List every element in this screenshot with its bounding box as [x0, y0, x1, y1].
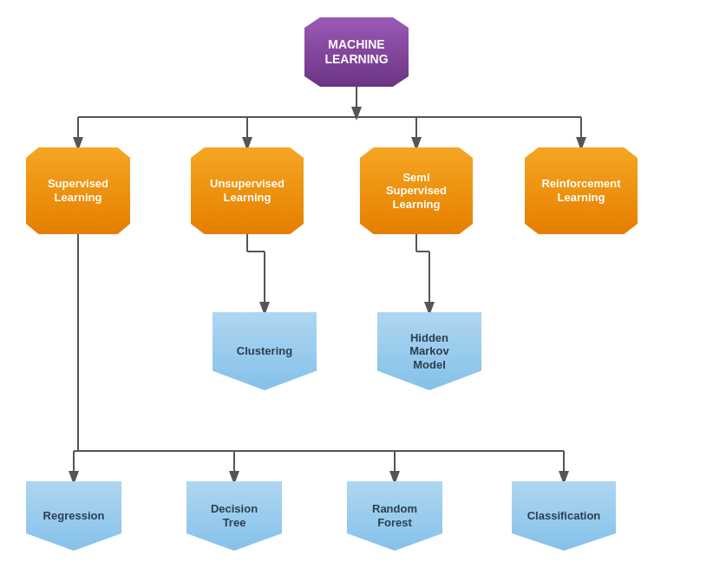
random-forest-node: RandomForest — [347, 481, 442, 551]
reinforcement-node: ReinforcementLearning — [525, 147, 638, 234]
diagram: MACHINELEARNING SupervisedLearning Unsup… — [0, 0, 713, 588]
supervised-node: SupervisedLearning — [26, 147, 130, 234]
decision-tree-node: DecisionTree — [186, 481, 282, 551]
reinforcement-label: ReinforcementLearning — [541, 177, 620, 204]
semi-node: SemiSupervisedLearning — [360, 147, 473, 234]
classification-node: Classification — [512, 481, 616, 551]
hmm-node: HiddenMarkovModel — [377, 312, 481, 390]
supervised-label: SupervisedLearning — [48, 177, 108, 204]
unsupervised-label: UnsupervisedLearning — [210, 177, 285, 204]
root-label: MACHINELEARNING — [324, 37, 388, 67]
unsupervised-node: UnsupervisedLearning — [191, 147, 304, 234]
regression-label: Regression — [43, 509, 105, 523]
clustering-label: Clustering — [237, 344, 292, 358]
root-node: MACHINELEARNING — [304, 17, 409, 87]
decision-label: DecisionTree — [211, 502, 258, 529]
semi-label: SemiSupervisedLearning — [386, 171, 447, 212]
random-label: RandomForest — [372, 502, 417, 529]
hmm-label: HiddenMarkovModel — [409, 331, 449, 372]
regression-node: Regression — [26, 481, 121, 551]
classification-label: Classification — [527, 509, 601, 523]
clustering-node: Clustering — [213, 312, 317, 390]
